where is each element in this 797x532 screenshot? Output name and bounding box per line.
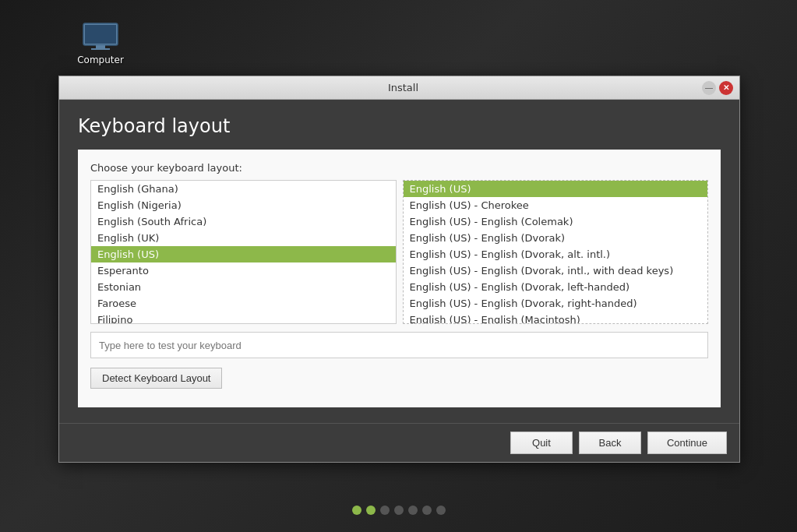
close-button[interactable]: ✕: [719, 81, 733, 95]
language-list[interactable]: English (Ghana) English (Nigeria) Englis…: [90, 180, 397, 324]
variant-item[interactable]: English (US) - English (Dvorak): [404, 230, 708, 246]
list-item[interactable]: Faroese: [91, 295, 396, 312]
progress-dot-4: [394, 506, 404, 515]
progress-dot-3: [380, 506, 390, 515]
progress-dot-1: [352, 506, 361, 515]
list-item[interactable]: Filipino: [91, 312, 396, 324]
panel-label: Choose your keyboard layout:: [90, 162, 708, 174]
svg-rect-2: [96, 45, 105, 48]
continue-button[interactable]: Continue: [647, 432, 727, 454]
variant-item[interactable]: English (US) - English (Macintosh): [404, 312, 708, 324]
progress-dots: [352, 506, 446, 515]
variant-item-selected[interactable]: English (US): [404, 181, 708, 197]
detect-keyboard-button[interactable]: Detect Keyboard Layout: [90, 368, 222, 389]
back-button[interactable]: Back: [579, 432, 641, 454]
progress-dot-7: [436, 506, 446, 515]
progress-dot-2: [366, 506, 376, 515]
progress-dot-6: [422, 506, 432, 515]
variant-item[interactable]: English (US) - English (Colemak): [404, 213, 708, 230]
list-item[interactable]: English (Ghana): [91, 181, 396, 197]
list-item[interactable]: English (Nigeria): [91, 197, 396, 213]
computer-label: Computer: [77, 55, 124, 65]
svg-rect-1: [85, 25, 116, 44]
page-title: Keyboard layout: [78, 115, 721, 137]
variant-list[interactable]: English (US) English (US) - Cherokee Eng…: [403, 180, 709, 324]
list-item[interactable]: Estonian: [91, 279, 396, 295]
monitor-svg: [82, 22, 119, 51]
variant-item[interactable]: English (US) - English (Dvorak, alt. int…: [404, 246, 708, 262]
desktop: Computer Install — ✕ Keyboard layout Cho…: [0, 0, 797, 532]
list-item-selected[interactable]: English (US): [91, 246, 396, 262]
list-item[interactable]: English (South Africa): [91, 213, 396, 230]
bottom-bar: Quit Back Continue: [59, 423, 739, 462]
lists-row: English (Ghana) English (Nigeria) Englis…: [90, 180, 708, 324]
variant-item[interactable]: English (US) - English (Dvorak, left-han…: [404, 279, 708, 295]
list-item[interactable]: Esperanto: [91, 262, 396, 279]
computer-icon[interactable]: Computer: [73, 22, 128, 65]
quit-button[interactable]: Quit: [510, 432, 573, 454]
progress-dot-5: [408, 506, 418, 515]
install-window: Install — ✕ Keyboard layout Choose your …: [58, 76, 740, 463]
window-title: Install: [104, 82, 702, 93]
content-area: Keyboard layout Choose your keyboard lay…: [59, 100, 739, 423]
keyboard-test-input[interactable]: [90, 332, 708, 358]
main-panel: Choose your keyboard layout: English (Gh…: [78, 150, 721, 407]
minimize-button[interactable]: —: [702, 81, 716, 95]
svg-rect-3: [91, 48, 110, 50]
titlebar: Install — ✕: [59, 76, 739, 100]
list-item[interactable]: English (UK): [91, 230, 396, 246]
window-controls: — ✕: [702, 81, 733, 95]
variant-item[interactable]: English (US) - English (Dvorak, right-ha…: [404, 295, 708, 312]
variant-item[interactable]: English (US) - English (Dvorak, intl., w…: [404, 262, 708, 279]
variant-item[interactable]: English (US) - Cherokee: [404, 197, 708, 213]
